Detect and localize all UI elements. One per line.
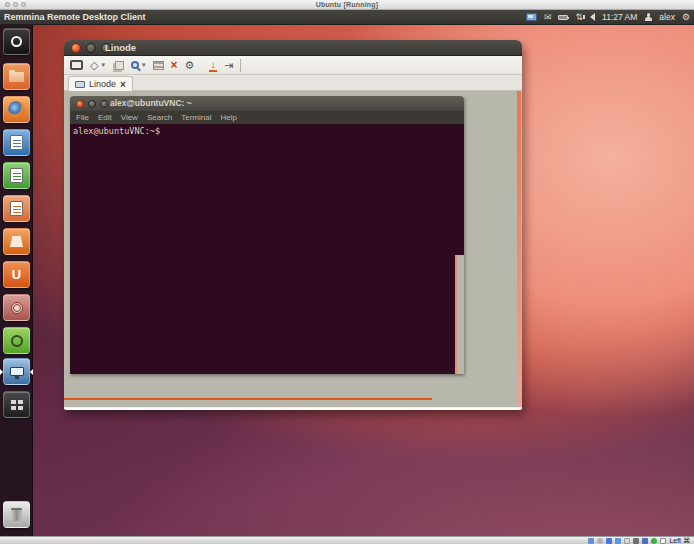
- network-icon[interactable]: [615, 538, 621, 544]
- ubuntu-menu-bar: Remmina Remote Desktop Client ✉ ⇅ 11:27 …: [0, 10, 694, 25]
- grab-keyboard-icon[interactable]: [153, 61, 164, 70]
- tab-close-icon[interactable]: ×: [120, 79, 126, 90]
- active-app-title[interactable]: Remmina Remote Desktop Client: [4, 12, 146, 22]
- terminal-minimize-button[interactable]: [88, 100, 96, 108]
- workspace-grid-icon: [11, 400, 16, 404]
- scale-dropdown-icon[interactable]: ▾: [101, 61, 105, 69]
- user-menu-icon[interactable]: [644, 13, 652, 21]
- username-label[interactable]: alex: [659, 12, 675, 22]
- launcher-dash-home[interactable]: [3, 28, 30, 55]
- tab-label: Linode: [89, 79, 116, 89]
- calc-spreadsheet-icon: [10, 168, 23, 183]
- launcher-update-manager[interactable]: [3, 327, 30, 354]
- features-icon[interactable]: [651, 538, 657, 544]
- launcher-ubuntu-one[interactable]: U: [3, 261, 30, 288]
- hard-disks-icon[interactable]: [588, 538, 594, 544]
- remmina-window-title: Linode: [105, 42, 136, 53]
- launcher-remmina[interactable]: [3, 358, 30, 385]
- ubuntu-one-icon: U: [12, 267, 21, 282]
- remmina-titlebar[interactable]: Linode: [64, 40, 522, 56]
- optical-drives-icon[interactable]: [597, 538, 603, 544]
- terminal-close-button[interactable]: [76, 100, 84, 108]
- remmina-toolbar: ◇ ▾ ▾ × ⚙ ↓ ⇥: [64, 56, 522, 75]
- terminal-content[interactable]: alex@ubuntuVNC:~$: [70, 124, 464, 374]
- tools-icon[interactable]: ×: [171, 59, 178, 71]
- zoom-icon[interactable]: [131, 61, 139, 69]
- terminal-maximize-button[interactable]: [100, 100, 108, 108]
- firefox-icon: [8, 101, 25, 118]
- virtualbox-vm-window: Ubuntu [Running] Remmina Remote Desktop …: [0, 0, 694, 544]
- usb-icon[interactable]: [624, 538, 630, 544]
- remmina-tab-bar: Linode ×: [64, 75, 522, 91]
- settings-gear-icon: [11, 302, 23, 314]
- launcher-system-settings[interactable]: [3, 294, 30, 321]
- unity-launcher: U: [0, 25, 33, 536]
- launcher-libreoffice-writer[interactable]: [3, 129, 30, 156]
- menu-edit[interactable]: Edit: [98, 113, 112, 122]
- ubuntu-logo-icon: [11, 36, 22, 47]
- mail-icon[interactable]: ✉: [544, 13, 552, 22]
- menu-file[interactable]: File: [76, 113, 89, 122]
- clock-label[interactable]: 11:27 AM: [602, 12, 637, 22]
- launcher-workspace-switcher[interactable]: [3, 391, 30, 418]
- switch-page-icon[interactable]: [115, 61, 124, 70]
- menu-search[interactable]: Search: [147, 113, 172, 122]
- session-gear-icon[interactable]: ⚙: [682, 13, 690, 22]
- shopping-bag-icon: [10, 236, 23, 247]
- launcher-libreoffice-calc[interactable]: [3, 162, 30, 189]
- terminal-window-controls: [76, 100, 108, 108]
- menu-terminal[interactable]: Terminal: [181, 113, 211, 122]
- close-button[interactable]: [71, 43, 81, 53]
- terminal-titlebar[interactable]: alex@ubuntuVNC: ~: [70, 96, 464, 111]
- menu-help[interactable]: Help: [220, 113, 236, 122]
- zoom-dropdown-icon[interactable]: ▾: [142, 61, 146, 69]
- disconnect-icon[interactable]: ↓: [209, 59, 217, 72]
- host-key-label: Left ⌘: [669, 537, 690, 544]
- remmina-window: Linode ◇ ▾ ▾ × ⚙ ↓ ⇥ Linode ×: [64, 40, 522, 410]
- vm-status-bar: Left ⌘: [0, 536, 694, 544]
- terminal-menu-bar: File Edit View Search Terminal Help: [70, 111, 464, 124]
- framebuffer-artifact-bottom-line: [64, 398, 432, 400]
- launcher-libreoffice-impress[interactable]: [3, 195, 30, 222]
- fullscreen-icon[interactable]: [70, 60, 83, 70]
- battery-icon[interactable]: [558, 15, 568, 20]
- remmina-monitor-icon: [10, 367, 24, 376]
- shell-prompt: alex@ubuntuVNC:~$: [73, 126, 160, 136]
- terminal-title: alex@ubuntuVNC: ~: [110, 98, 192, 108]
- vm-window-title: Ubuntu [Running]: [0, 1, 694, 8]
- trash-can-icon: [11, 508, 22, 521]
- writer-document-icon: [10, 135, 23, 150]
- launcher-ubuntu-software-center[interactable]: [3, 228, 30, 255]
- menu-view[interactable]: View: [121, 113, 138, 122]
- impress-presentation-icon: [10, 201, 23, 216]
- indicator-tray: ✉ ⇅ 11:27 AM alex ⚙: [526, 10, 690, 24]
- volume-icon[interactable]: [590, 13, 595, 21]
- exit-icon[interactable]: ⇥: [224, 60, 233, 71]
- remote-screen-icon: [75, 81, 85, 88]
- preferences-gears-icon[interactable]: ⚙: [185, 60, 195, 71]
- vm-window-titlebar[interactable]: Ubuntu [Running]: [0, 0, 694, 10]
- remote-terminal-window[interactable]: alex@ubuntuVNC: ~ File Edit View Search …: [70, 96, 464, 374]
- remote-desktop-viewport[interactable]: alex@ubuntuVNC: ~ File Edit View Search …: [64, 91, 522, 407]
- framebuffer-artifact-step: [455, 255, 464, 374]
- sync-arrows-icon[interactable]: ⇅: [575, 13, 583, 22]
- launcher-firefox[interactable]: [3, 96, 30, 123]
- shared-folders-icon[interactable]: [633, 538, 639, 544]
- launcher-home-folder[interactable]: [3, 63, 30, 90]
- swirl-icon: [11, 335, 23, 347]
- tab-linode[interactable]: Linode ×: [68, 76, 133, 91]
- launcher-trash[interactable]: [3, 501, 30, 528]
- remote-display-indicator-icon[interactable]: [526, 13, 537, 21]
- host-key-icon: [660, 538, 666, 544]
- scale-window-icon[interactable]: ◇: [90, 60, 98, 71]
- framebuffer-artifact-right-strip: [517, 91, 521, 407]
- toolbar-separator: [240, 59, 241, 72]
- folder-icon: [9, 72, 24, 82]
- minimize-button[interactable]: [86, 43, 96, 53]
- display-icon[interactable]: [642, 538, 648, 544]
- audio-icon[interactable]: [606, 538, 612, 544]
